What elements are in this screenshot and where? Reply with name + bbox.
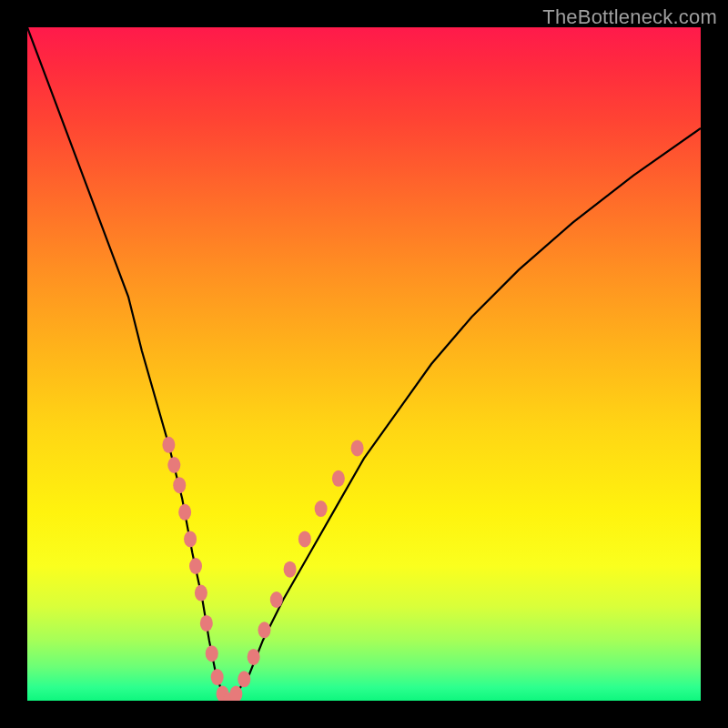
curve-marker (238, 671, 250, 687)
curve-marker (248, 649, 260, 665)
curve-marker (189, 558, 202, 574)
watermark-text: TheBottleneck.com (542, 5, 717, 29)
curve-marker (173, 477, 186, 493)
bottleneck-curve (27, 27, 701, 701)
curve-marker (162, 437, 175, 453)
curve-marker (167, 457, 180, 473)
curve-marker (351, 440, 364, 457)
plot-area (27, 27, 701, 701)
curve-marker (200, 615, 213, 632)
chart-frame: TheBottleneck.com (0, 0, 728, 728)
curve-marker (332, 470, 345, 487)
curve-marker (270, 592, 283, 608)
curve-marker (178, 504, 191, 521)
curve-marker (315, 500, 328, 517)
curve-marker (258, 622, 270, 638)
curve-marker (184, 531, 197, 547)
curve-marker (298, 531, 311, 547)
curve-marker (195, 585, 207, 602)
curve-marker (206, 645, 218, 662)
chart-svg (27, 27, 701, 701)
marker-group (162, 437, 363, 701)
curve-marker (211, 669, 224, 685)
curve-marker (284, 561, 297, 578)
